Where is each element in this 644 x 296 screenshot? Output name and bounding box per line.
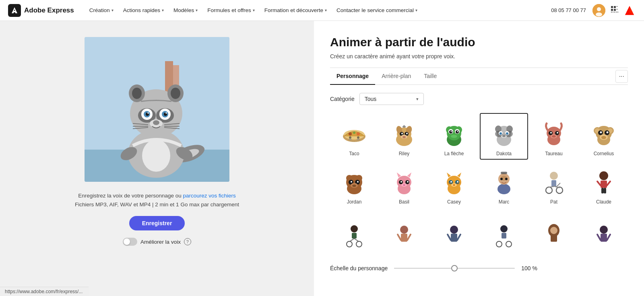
svg-point-42 [153, 120, 159, 125]
svg-point-98 [550, 132, 552, 134]
svg-point-133 [407, 181, 409, 183]
char-jordan[interactable]: Jordan [330, 161, 378, 208]
svg-rect-11 [614, 12, 615, 12]
char-avatar [388, 165, 420, 197]
help-icon[interactable]: ? [184, 238, 191, 245]
char-taco[interactable]: - - - Taco [330, 113, 378, 160]
char-riley[interactable]: Riley [380, 113, 428, 160]
app-name: Adobe Express [24, 6, 74, 14]
app-logo[interactable]: Adobe Express [8, 4, 74, 17]
svg-point-53 [357, 132, 360, 136]
char-avatar [388, 220, 420, 252]
char-avatar [338, 165, 370, 197]
svg-line-182 [457, 234, 460, 240]
svg-point-190 [600, 226, 608, 234]
left-panel: Enregistrez la voix de votre personnage … [0, 21, 314, 296]
svg-point-156 [550, 172, 558, 180]
char-marc[interactable]: Marc [480, 161, 528, 208]
svg-point-110 [600, 132, 602, 134]
svg-point-150 [497, 184, 510, 194]
char-name: Marc [499, 199, 510, 205]
char-claude[interactable]: Claude [580, 161, 628, 208]
svg-point-163 [599, 171, 608, 180]
chevron-down-icon: ▾ [325, 8, 327, 12]
tab-taille[interactable]: Taille [417, 68, 443, 85]
scale-slider[interactable] [394, 268, 515, 269]
svg-text:- - -: - - - [352, 139, 357, 143]
nav-formation[interactable]: Formation et découverte ▾ [260, 5, 331, 16]
svg-point-80 [457, 131, 458, 132]
svg-rect-13 [617, 12, 618, 12]
char-taureau[interactable]: Taureau [530, 113, 578, 160]
tab-arriere-plan[interactable]: Arrière-plan [375, 68, 417, 85]
char-bottom-6[interactable] [580, 216, 628, 255]
svg-point-185 [496, 241, 502, 247]
svg-point-142 [450, 181, 452, 183]
nav-creation[interactable]: Création ▾ [85, 5, 118, 16]
char-name: Taco [349, 151, 359, 156]
char-bottom-5[interactable] [530, 216, 578, 255]
char-bottom-1[interactable] [330, 216, 378, 255]
char-avatar [438, 117, 470, 149]
nav-formules[interactable]: Formules et offres ▾ [203, 5, 259, 16]
scale-fill [394, 268, 454, 269]
svg-rect-180 [451, 234, 457, 242]
svg-point-57 [349, 136, 351, 139]
scale-knob[interactable] [451, 265, 458, 271]
browse-files-link[interactable]: parcourez vos fichiers [183, 193, 236, 199]
svg-line-193 [607, 234, 610, 240]
char-bottom-4[interactable] [480, 216, 528, 255]
nav-contact[interactable]: Contacter le service commercial ▾ [332, 5, 421, 16]
svg-point-23 [142, 140, 170, 172]
category-select[interactable]: Tous ▾ [359, 93, 424, 105]
svg-point-90 [500, 132, 502, 135]
char-avatar [588, 165, 620, 197]
svg-point-175 [400, 226, 408, 234]
nav-modeles[interactable]: Modèles ▾ [169, 5, 202, 16]
svg-rect-170 [352, 233, 357, 238]
char-avatar: - - - [338, 117, 370, 149]
chevron-down-icon: ▾ [196, 8, 198, 12]
char-bottom-3[interactable] [430, 216, 478, 255]
chevron-down-icon: ▾ [162, 8, 164, 12]
voice-enhance-toggle[interactable] [123, 238, 137, 246]
character-preview [85, 37, 229, 182]
char-cornelius[interactable]: Cornelius [580, 113, 628, 160]
char-casey[interactable]: Casey [430, 161, 478, 208]
svg-line-178 [407, 234, 411, 240]
svg-point-2 [596, 12, 602, 16]
svg-rect-191 [601, 234, 607, 242]
svg-point-81 [451, 135, 457, 138]
svg-line-165 [597, 181, 601, 185]
more-options-button[interactable]: ··· [615, 70, 628, 83]
chevron-down-icon: ▾ [416, 97, 419, 102]
char-la-fleche[interactable]: La flèche [430, 113, 478, 160]
char-basil[interactable]: Basil [380, 161, 428, 208]
svg-point-153 [500, 178, 503, 180]
svg-point-179 [450, 226, 458, 234]
grid-icon[interactable] [610, 5, 618, 15]
char-bottom-2[interactable] [380, 216, 428, 255]
char-dakota[interactable]: Dakota [480, 113, 528, 160]
category-label: Catégorie [330, 96, 355, 102]
char-name: La flèche [444, 151, 464, 156]
svg-rect-189 [551, 234, 557, 242]
adobe-icon[interactable] [623, 4, 636, 17]
svg-point-101 [552, 135, 556, 138]
svg-point-66 [406, 133, 408, 134]
svg-point-30 [132, 88, 142, 99]
record-button[interactable]: Enregistrer [129, 216, 185, 230]
char-name: Basil [399, 199, 409, 205]
avatar[interactable] [592, 4, 605, 17]
char-name: Cornelius [594, 151, 614, 156]
svg-rect-167 [601, 188, 604, 193]
svg-point-186 [506, 241, 512, 247]
svg-rect-7 [614, 9, 616, 11]
nav-actions-rapides[interactable]: Actions rapides ▾ [119, 5, 168, 16]
char-avatar [588, 220, 620, 252]
svg-rect-10 [613, 12, 613, 12]
char-pat[interactable]: Pat [530, 161, 578, 208]
char-avatar [488, 220, 520, 252]
char-avatar [488, 117, 520, 149]
tab-personnage[interactable]: Personnage [330, 68, 375, 85]
